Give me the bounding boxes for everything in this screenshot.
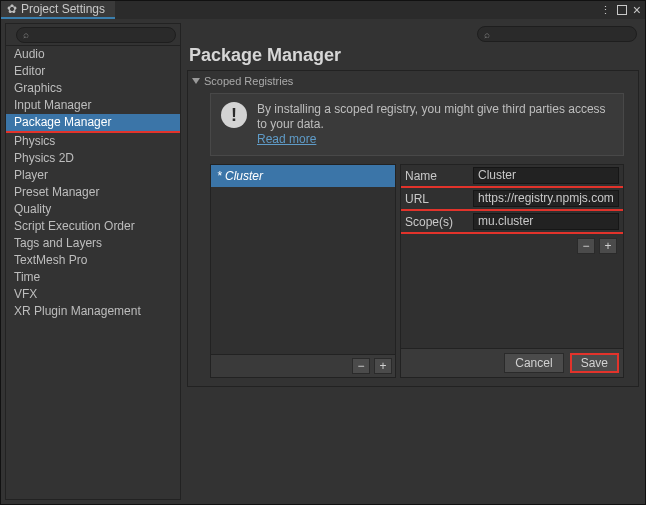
cancel-button[interactable]: Cancel (504, 353, 563, 373)
url-label: URL (405, 192, 467, 206)
warning-icon: ! (221, 102, 247, 128)
sidebar-item-preset-manager[interactable]: Preset Manager (6, 184, 180, 201)
remove-scope-button[interactable]: − (577, 238, 595, 254)
titlebar-spacer (115, 1, 600, 19)
form-bottom-buttons: Cancel Save (401, 348, 623, 377)
page-title: Package Manager (185, 45, 641, 70)
window-controls: ⋮ × (600, 1, 645, 19)
url-row: URL https://registry.npmjs.com (401, 188, 623, 211)
main-panel: ⌕ Package Manager Scoped Registries ! By… (185, 23, 641, 500)
section-header[interactable]: Scoped Registries (192, 73, 634, 91)
chevron-down-icon (192, 78, 200, 84)
registry-list: * Cluster − + (210, 164, 396, 378)
sidebar-item-player[interactable]: Player (6, 167, 180, 184)
form-fill (401, 258, 623, 348)
sidebar-item-graphics[interactable]: Graphics (6, 80, 180, 97)
scoped-registries-section: Scoped Registries ! By installing a scop… (187, 70, 639, 387)
sidebar-list: AudioEditorGraphicsInput ManagerPackage … (6, 46, 180, 320)
search-icon: ⌕ (484, 29, 490, 40)
menu-icon[interactable]: ⋮ (600, 4, 611, 17)
search-icon: ⌕ (23, 29, 29, 40)
save-button[interactable]: Save (570, 353, 619, 373)
scopes-row: Scope(s) mu.cluster (401, 211, 623, 234)
add-registry-button[interactable]: + (374, 358, 392, 374)
restore-icon[interactable] (617, 5, 627, 15)
remove-registry-button[interactable]: − (352, 358, 370, 374)
name-row: Name Cluster (401, 165, 623, 188)
info-message: By installing a scoped registry, you mig… (257, 102, 606, 131)
tab-label: Project Settings (21, 2, 105, 16)
add-scope-button[interactable]: + (599, 238, 617, 254)
sidebar-item-time[interactable]: Time (6, 269, 180, 286)
main-search-row: ⌕ (185, 23, 641, 45)
main-search-input[interactable]: ⌕ (477, 26, 637, 42)
sidebar-item-physics-2d[interactable]: Physics 2D (6, 150, 180, 167)
tab-project-settings[interactable]: ✿ Project Settings (1, 1, 115, 19)
scope-buttons-row: − + (401, 234, 623, 258)
sidebar-item-script-execution-order[interactable]: Script Execution Order (6, 218, 180, 235)
close-icon[interactable]: × (633, 2, 641, 18)
sidebar: ⌕ AudioEditorGraphicsInput ManagerPackag… (5, 23, 181, 500)
sidebar-item-textmesh-pro[interactable]: TextMesh Pro (6, 252, 180, 269)
registry-list-item[interactable]: * Cluster (211, 165, 395, 187)
sidebar-search-input[interactable]: ⌕ (16, 27, 176, 43)
scopes-label: Scope(s) (405, 215, 467, 229)
gear-icon: ✿ (7, 2, 17, 16)
sidebar-item-package-manager[interactable]: Package Manager (6, 114, 180, 133)
registry-list-fill (211, 187, 395, 354)
name-label: Name (405, 169, 467, 183)
scopes-input[interactable]: mu.cluster (473, 213, 619, 230)
sidebar-item-physics[interactable]: Physics (6, 133, 180, 150)
sidebar-item-xr-plugin-management[interactable]: XR Plugin Management (6, 303, 180, 320)
registry-form: Name Cluster URL https://registry.npmjs.… (400, 164, 624, 378)
sidebar-item-tags-and-layers[interactable]: Tags and Layers (6, 235, 180, 252)
sidebar-item-audio[interactable]: Audio (6, 46, 180, 63)
registry-row: * Cluster − + Name Cluster UR (210, 164, 624, 378)
sidebar-search-row: ⌕ (6, 24, 180, 46)
titlebar: ✿ Project Settings ⋮ × (1, 1, 645, 19)
body: ⌕ AudioEditorGraphicsInput ManagerPackag… (1, 19, 645, 504)
project-settings-window: ✿ Project Settings ⋮ × ⌕ AudioEditorGrap… (0, 0, 646, 505)
sidebar-item-quality[interactable]: Quality (6, 201, 180, 218)
name-input[interactable]: Cluster (473, 167, 619, 184)
registry-list-buttons: − + (211, 354, 395, 377)
sidebar-item-vfx[interactable]: VFX (6, 286, 180, 303)
sidebar-item-editor[interactable]: Editor (6, 63, 180, 80)
info-text: By installing a scoped registry, you mig… (257, 102, 613, 147)
url-input[interactable]: https://registry.npmjs.com (473, 190, 619, 207)
section-label: Scoped Registries (204, 75, 293, 87)
info-box: ! By installing a scoped registry, you m… (210, 93, 624, 156)
sidebar-item-input-manager[interactable]: Input Manager (6, 97, 180, 114)
read-more-link[interactable]: Read more (257, 132, 316, 146)
